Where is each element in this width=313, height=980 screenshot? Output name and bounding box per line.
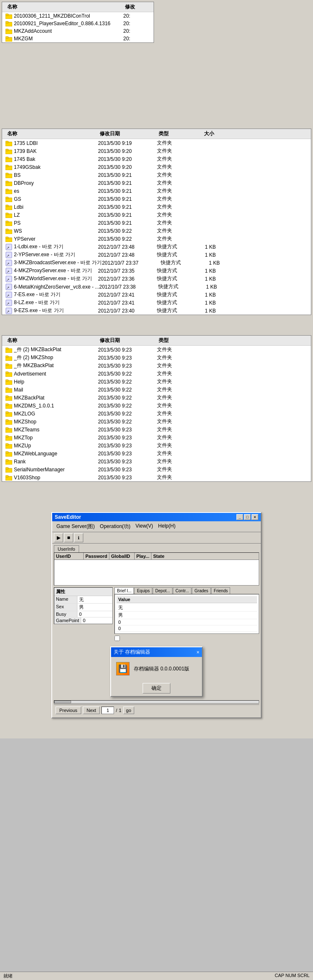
- svg-rect-27: [5, 213, 8, 215]
- list-item[interactable]: Advertisement2013/5/30 9:22文件夹: [2, 370, 311, 378]
- next-button[interactable]: Next: [83, 707, 100, 714]
- file-panel-1: 名称 修改 20100306_1211_MKZDBIConTrol20: 201…: [2, 2, 154, 43]
- svg-rect-53: [5, 348, 8, 349]
- svg-text:↗: ↗: [6, 262, 10, 266]
- list-item[interactable]: ↗ 2-YPServer.exe - 바로 가기2012/10/7 23:48快…: [2, 251, 311, 259]
- go-button[interactable]: go: [123, 707, 134, 714]
- menu-view[interactable]: View(V): [133, 522, 156, 531]
- list-item[interactable]: 1735 LDBI2013/5/30 9:19文件夹: [2, 139, 311, 147]
- window-content: UserInfo UserID Password GlobalID Play..…: [52, 544, 261, 717]
- list-item[interactable]: ↗ 9-EZS.exe - 바로 가기2012/10/7 23:40快捷方式1 …: [2, 307, 311, 315]
- svg-rect-71: [5, 420, 8, 421]
- checkbox-option[interactable]: [114, 636, 120, 641]
- list-item[interactable]: ↗ 3-MKZBroadcastServer.exe - 바로 가기2012/1…: [2, 259, 311, 267]
- dialog-app-icon: 💾: [116, 662, 130, 675]
- list-item[interactable]: 20100306_1211_MKZDBIConTrol20:: [2, 12, 154, 20]
- list-item[interactable]: Rank2013/5/30 9:23文件夹: [2, 457, 311, 465]
- list-item[interactable]: MKZBackPlat2013/5/30 9:22文件夹: [2, 394, 311, 402]
- list-item[interactable]: Mail2013/5/30 9:22文件夹: [2, 386, 311, 394]
- list-item[interactable]: MKZShop2013/5/30 9:22文件夹: [2, 418, 311, 426]
- list-item[interactable]: GS2013/5/30 9:21文件夹: [2, 195, 311, 203]
- prop-row: GamePoint0: [54, 617, 112, 624]
- right-tab[interactable]: Friends: [211, 587, 230, 594]
- svg-rect-11: [5, 149, 8, 151]
- right-tab[interactable]: Depot...: [153, 587, 172, 594]
- value-row: 无: [117, 604, 257, 612]
- list-item[interactable]: MKZUp2013/5/30 9:23文件夹: [2, 441, 311, 449]
- right-tab[interactable]: Contr...: [173, 587, 191, 594]
- pagination-bar: Previous Next / 1 go: [54, 704, 259, 716]
- list-item[interactable]: SerialNumberManager2013/5/30 9:23文件夹: [2, 465, 311, 473]
- panel1-col-name: 名称: [5, 3, 123, 11]
- horizontal-scrollbar[interactable]: [54, 700, 259, 704]
- list-item[interactable]: MKZDMS_1.0.0.12013/5/30 9:22文件夹: [2, 402, 311, 410]
- list-item[interactable]: _件 MKZBackPlat2013/5/30 9:23文件夹: [2, 362, 311, 370]
- p2-col-date: 修改日期: [98, 129, 157, 138]
- value-row: 男: [117, 612, 257, 619]
- prop-row: Sex男: [54, 604, 112, 611]
- page-total: 1: [119, 708, 121, 713]
- list-item[interactable]: es2013/5/30 9:21文件夹: [2, 187, 311, 195]
- menu-game-server[interactable]: Game Server(图): [54, 522, 97, 531]
- dialog-ok-button[interactable]: 确定: [143, 683, 170, 694]
- maximize-button[interactable]: □: [244, 514, 251, 520]
- previous-button[interactable]: Previous: [56, 707, 81, 714]
- list-item[interactable]: DBProxy2013/5/30 9:21文件夹: [2, 179, 311, 187]
- svg-text:↗: ↗: [6, 310, 10, 314]
- list-item[interactable]: ↗ 8-LZ.exe - 바로 가기2012/10/7 23:41快捷方式1 K…: [2, 299, 311, 307]
- list-item[interactable]: MKZTop2013/5/30 9:23文件夹: [2, 434, 311, 441]
- dialog-close-icon[interactable]: ×: [196, 649, 199, 655]
- list-item[interactable]: _件 (2) MKZBackPlat2013/5/30 9:23文件夹: [2, 346, 311, 354]
- list-item[interactable]: LZ2013/5/30 9:21文件夹: [2, 211, 311, 219]
- list-item[interactable]: 1739 BAK2013/5/30 9:20文件夹: [2, 147, 311, 155]
- list-item[interactable]: MKZWebLanguage2013/5/30 9:23文件夹: [2, 449, 311, 457]
- p3-col-type: 类型: [157, 336, 191, 345]
- right-tab[interactable]: Grades: [192, 587, 211, 594]
- list-item[interactable]: ↗ 6-MetalKnightZeroServer_vc8.exe - ...2…: [2, 283, 311, 291]
- svg-rect-67: [5, 404, 8, 405]
- list-item[interactable]: Help2013/5/30 9:22文件夹: [2, 378, 311, 386]
- list-item[interactable]: ↗ 4-MKZProxyServer.exe - 바로 가기2012/10/7 …: [2, 267, 311, 275]
- list-item[interactable]: 1749GSbak2013/5/30 9:20文件夹: [2, 163, 311, 171]
- about-dialog: 关于 存档编辑器 × 💾 存档编辑器 0.0.0.0001版 确定: [110, 646, 203, 697]
- list-item[interactable]: YPServer2013/5/30 9:22文件夹: [2, 235, 311, 243]
- list-item[interactable]: WS2013/5/30 9:22文件夹: [2, 227, 311, 235]
- toolbar-play-button[interactable]: ▶: [54, 533, 63, 542]
- page-input[interactable]: [101, 707, 114, 714]
- left-tab[interactable]: UserInfo: [54, 545, 79, 552]
- list-item[interactable]: V1603Shop2013/5/30 9:23文件夹: [2, 473, 311, 481]
- svg-rect-31: [5, 229, 8, 231]
- right-tab[interactable]: Brief I...: [114, 587, 134, 594]
- svg-rect-81: [5, 460, 8, 461]
- list-item[interactable]: ↗ 5-MKZWorldServer.exe - 바로 가기2012/10/7 …: [2, 275, 311, 283]
- list-item[interactable]: BS2013/5/30 9:21文件夹: [2, 171, 311, 179]
- p2-col-size: 大小: [191, 129, 216, 138]
- right-tabs: Brief I...EquipsDepot...Contr...GradesFr…: [114, 587, 259, 594]
- toolbar-info-button[interactable]: ℹ: [74, 533, 83, 542]
- window-title: SaveEditor: [55, 514, 81, 520]
- list-item[interactable]: PS2013/5/30 9:21文件夹: [2, 219, 311, 227]
- svg-text:↗: ↗: [6, 286, 10, 290]
- list-item[interactable]: MKZTeams2013/5/30 9:23文件夹: [2, 426, 311, 434]
- list-item[interactable]: MKZGM20:: [2, 35, 154, 42]
- menu-operation[interactable]: Operation(功): [97, 522, 133, 531]
- list-item[interactable]: ↗ 7-ES.exe - 바로 가기2012/10/7 23:41快捷方式1 K…: [2, 291, 311, 299]
- list-item[interactable]: 20100921_PlayerSaveEditor_0.886.4.131620…: [2, 20, 154, 27]
- th-userid: UserID: [54, 553, 84, 560]
- menu-help[interactable]: Help(H): [156, 522, 178, 531]
- list-item[interactable]: Ldbi2013/5/30 9:21文件夹: [2, 203, 311, 211]
- svg-text:↗: ↗: [6, 270, 10, 274]
- svg-rect-33: [5, 237, 8, 239]
- prop-row: Busy0: [54, 611, 112, 617]
- list-item[interactable]: _件 (2) MKZShop2013/5/30 9:23文件夹: [2, 354, 311, 362]
- svg-rect-3: [5, 21, 8, 23]
- minimize-button[interactable]: _: [236, 514, 243, 520]
- right-tab[interactable]: Equips: [134, 587, 152, 594]
- list-item[interactable]: ↗ 1-Ldbi.exe - 바로 가기2012/10/7 23:48快捷方式1…: [2, 243, 311, 251]
- list-item[interactable]: MKZAddAccount20:: [2, 27, 154, 35]
- toolbar-stop-button[interactable]: ■: [64, 533, 73, 542]
- list-item[interactable]: 1745 Bak2013/5/30 9:20文件夹: [2, 155, 311, 163]
- close-button[interactable]: ×: [252, 514, 258, 520]
- list-item[interactable]: MKZLOG2013/5/30 9:22文件夹: [2, 410, 311, 418]
- svg-text:↗: ↗: [6, 254, 10, 258]
